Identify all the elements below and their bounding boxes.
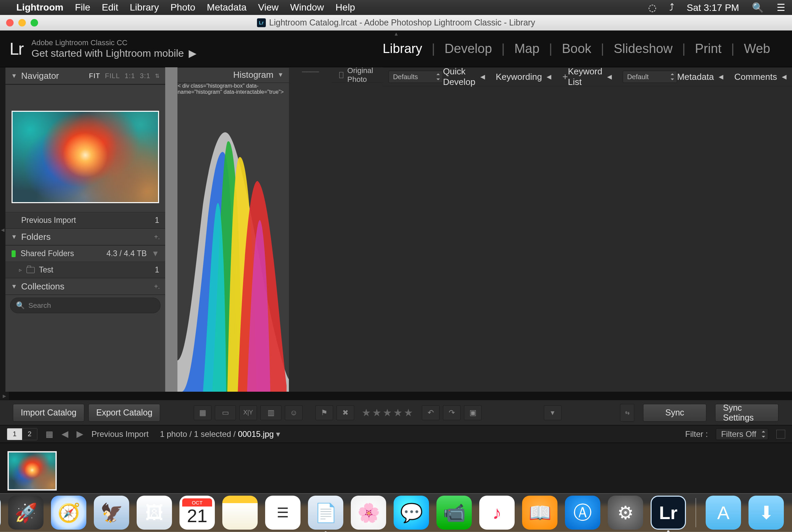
- keywording-header[interactable]: Keywording ◀: [490, 67, 557, 86]
- window-zoom-button[interactable]: [31, 19, 38, 26]
- display-2-button[interactable]: 2: [22, 428, 37, 440]
- rotate-cw-icon[interactable]: ↷: [443, 405, 461, 420]
- nav-back-icon[interactable]: ◀: [62, 429, 68, 439]
- dock-calendar-icon[interactable]: OCT 21: [179, 496, 215, 530]
- rating-stars[interactable]: ★★★★★: [362, 407, 414, 419]
- window-minimize-button[interactable]: [18, 19, 26, 26]
- compare-view-icon[interactable]: X|Y: [239, 405, 257, 420]
- folder-item-test[interactable]: ▹ Test 1: [5, 262, 165, 278]
- zoom-stepper-icon[interactable]: ⇅: [155, 73, 160, 79]
- left-panel-gripper[interactable]: ◂: [0, 67, 5, 392]
- menu-window[interactable]: Window: [290, 2, 324, 13]
- histogram-header[interactable]: Histogram ▼: [177, 67, 289, 83]
- identity-plate-line2[interactable]: Get started with Lightroom mobile: [31, 48, 184, 59]
- menu-edit[interactable]: Edit: [102, 2, 118, 13]
- dock-photos-icon[interactable]: 🌸: [351, 496, 386, 530]
- zoom-1-1[interactable]: 1:1: [125, 72, 135, 80]
- zoom-fit[interactable]: FIT: [89, 72, 100, 80]
- import-catalog-button[interactable]: Import Catalog: [13, 404, 84, 422]
- dock-reminders-icon[interactable]: ☰: [265, 496, 300, 530]
- dock-applications-folder-icon[interactable]: A: [706, 496, 741, 530]
- dock-appstore-icon[interactable]: Ⓐ: [565, 496, 600, 530]
- menubar-app-name[interactable]: Lightroom: [16, 2, 63, 13]
- dock-messages-icon[interactable]: 💬: [394, 496, 429, 530]
- dock-pages-icon[interactable]: 📄: [308, 496, 343, 530]
- rotate-ccw-icon[interactable]: ↶: [422, 405, 440, 420]
- dock-facetime-icon[interactable]: 📹: [436, 496, 472, 530]
- comments-header[interactable]: Comments ◀: [729, 67, 792, 86]
- menu-library[interactable]: Library: [130, 2, 159, 13]
- module-develop[interactable]: Develop: [435, 41, 501, 56]
- folders-header[interactable]: ▼ Folders +.: [5, 228, 165, 245]
- zoom-fill[interactable]: FILL: [105, 72, 120, 80]
- dock-notes-icon[interactable]: [222, 496, 258, 530]
- dock-downloads-folder-icon[interactable]: ⬇: [748, 496, 784, 530]
- dock-safari-icon[interactable]: 🧭: [51, 496, 86, 530]
- filmstrip-source-dropdown-icon[interactable]: ▾: [276, 429, 280, 439]
- folders-add-icon[interactable]: +.: [154, 233, 160, 241]
- folder-expand-icon[interactable]: ▹: [19, 267, 22, 273]
- keyword-list-header[interactable]: + Keyword List ◀: [557, 67, 617, 86]
- original-photo-toggle[interactable]: Original Photo: [332, 67, 383, 83]
- survey-view-icon[interactable]: ▥: [260, 405, 281, 420]
- add-keyword-icon[interactable]: +: [562, 71, 568, 82]
- module-print[interactable]: Print: [686, 41, 731, 56]
- identity-plate-arrow-icon[interactable]: ▶: [189, 47, 196, 59]
- grid-shortcut-icon[interactable]: ▦: [46, 429, 53, 439]
- module-map[interactable]: Map: [505, 41, 549, 56]
- zoom-3-1[interactable]: 3:1: [140, 72, 151, 80]
- dock-mail-icon[interactable]: 🦅: [94, 496, 129, 530]
- quick-develop-preset-combo[interactable]: Defaults: [389, 71, 443, 83]
- notification-icon[interactable]: ⤴: [669, 2, 674, 13]
- people-view-icon[interactable]: ☺: [285, 405, 303, 420]
- filter-preset-combo[interactable]: Filters Off: [716, 428, 768, 440]
- flag-pick-icon[interactable]: ⚑: [315, 405, 333, 420]
- window-close-button[interactable]: [6, 19, 14, 26]
- sync-lock-icon[interactable]: ⇆: [620, 404, 634, 422]
- filter-lock-icon[interactable]: [776, 430, 785, 439]
- dock-lightroom-icon[interactable]: Lr: [651, 496, 686, 530]
- menu-view[interactable]: View: [258, 2, 278, 13]
- export-catalog-button[interactable]: Export Catalog: [88, 404, 160, 422]
- filmstrip-thumbnail[interactable]: [7, 451, 57, 491]
- right-panel-gripper[interactable]: ▸: [0, 392, 9, 400]
- checkbox-icon[interactable]: [339, 72, 343, 78]
- control-center-icon[interactable]: ☰: [777, 2, 785, 13]
- face-tag-icon[interactable]: ▣: [464, 405, 482, 420]
- quick-develop-header[interactable]: Defaults Quick Develop ◀: [383, 67, 490, 86]
- sync-settings-button[interactable]: Sync Settings: [715, 404, 778, 422]
- dock-launchpad-icon[interactable]: 🚀: [8, 496, 44, 530]
- module-web[interactable]: Web: [735, 41, 780, 56]
- metadata-header[interactable]: Default Metadata ◀: [617, 67, 729, 86]
- grid-view-icon[interactable]: ▦: [194, 405, 211, 420]
- sync-button[interactable]: Sync: [643, 404, 706, 422]
- navigator-thumbnail[interactable]: [12, 111, 159, 203]
- catalog-previous-import-row[interactable]: Previous Import 1: [5, 212, 165, 228]
- flag-reject-icon[interactable]: ✖: [337, 405, 354, 420]
- nav-forward-icon[interactable]: ▶: [76, 429, 83, 439]
- dock-finder-icon[interactable]: [0, 496, 1, 530]
- module-book[interactable]: Book: [552, 41, 601, 56]
- volume-chevron-icon[interactable]: ▼: [152, 249, 159, 258]
- dock-ibooks-icon[interactable]: 📖: [522, 496, 557, 530]
- navigator-header[interactable]: ▼ Navigator FIT FILL 1:1 3:1 ⇅: [5, 67, 165, 84]
- spotlight-icon[interactable]: 🔍: [752, 2, 764, 13]
- menu-metadata[interactable]: Metadata: [207, 2, 247, 13]
- metadata-preset-combo[interactable]: Default: [623, 71, 677, 83]
- module-slideshow[interactable]: Slideshow: [604, 41, 682, 56]
- menu-help[interactable]: Help: [335, 2, 355, 13]
- loupe-view-icon[interactable]: ▭: [215, 405, 236, 420]
- dock-preview-icon[interactable]: 🖼: [137, 496, 172, 530]
- collections-search-input[interactable]: 🔍 Search: [10, 298, 160, 313]
- creative-cloud-icon[interactable]: ◌: [648, 2, 656, 13]
- module-library[interactable]: Library: [373, 41, 432, 56]
- volume-shared-folders[interactable]: Shared Folders 4.3 / 4.4 TB ▼: [5, 245, 165, 262]
- collections-header[interactable]: ▼ Collections +.: [5, 278, 165, 295]
- menu-photo[interactable]: Photo: [170, 2, 195, 13]
- menubar-clock[interactable]: Sat 3:17 PM: [687, 2, 739, 13]
- filmstrip-source[interactable]: Previous Import: [91, 429, 149, 439]
- collections-add-icon[interactable]: +.: [154, 283, 160, 290]
- toolbar-dropdown-icon[interactable]: ▾: [544, 405, 562, 420]
- display-1-button[interactable]: 1: [7, 428, 22, 440]
- dock-system-preferences-icon[interactable]: ⚙: [608, 496, 643, 530]
